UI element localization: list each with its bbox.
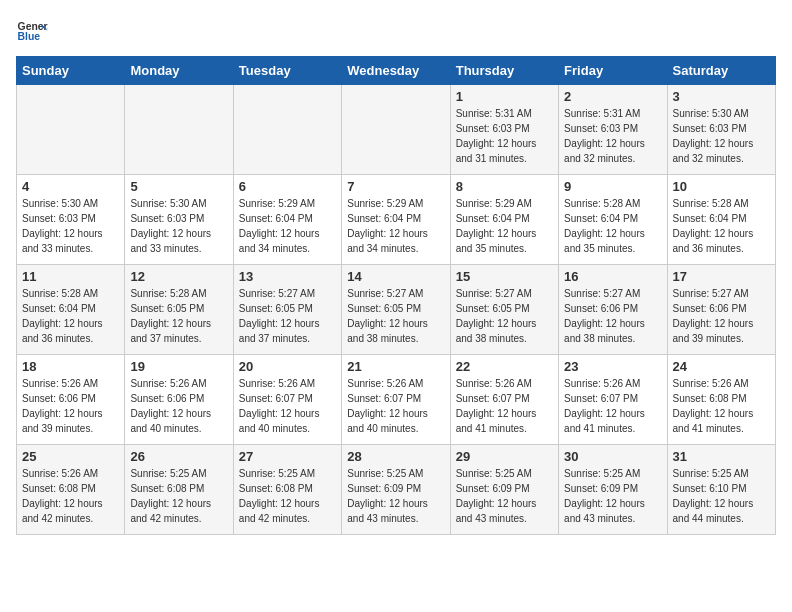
logo-icon: General Blue — [16, 16, 48, 48]
column-header-sunday: Sunday — [17, 57, 125, 85]
day-number: 10 — [673, 179, 770, 194]
calendar-cell: 30Sunrise: 5:25 AM Sunset: 6:09 PM Dayli… — [559, 445, 667, 535]
day-info: Sunrise: 5:26 AM Sunset: 6:07 PM Dayligh… — [564, 376, 661, 436]
day-info: Sunrise: 5:30 AM Sunset: 6:03 PM Dayligh… — [22, 196, 119, 256]
day-number: 7 — [347, 179, 444, 194]
day-number: 18 — [22, 359, 119, 374]
day-info: Sunrise: 5:30 AM Sunset: 6:03 PM Dayligh… — [130, 196, 227, 256]
day-number: 4 — [22, 179, 119, 194]
calendar-cell: 8Sunrise: 5:29 AM Sunset: 6:04 PM Daylig… — [450, 175, 558, 265]
day-number: 31 — [673, 449, 770, 464]
calendar-cell: 4Sunrise: 5:30 AM Sunset: 6:03 PM Daylig… — [17, 175, 125, 265]
calendar-cell: 16Sunrise: 5:27 AM Sunset: 6:06 PM Dayli… — [559, 265, 667, 355]
calendar-cell: 12Sunrise: 5:28 AM Sunset: 6:05 PM Dayli… — [125, 265, 233, 355]
calendar-cell: 13Sunrise: 5:27 AM Sunset: 6:05 PM Dayli… — [233, 265, 341, 355]
week-row: 11Sunrise: 5:28 AM Sunset: 6:04 PM Dayli… — [17, 265, 776, 355]
day-info: Sunrise: 5:25 AM Sunset: 6:08 PM Dayligh… — [130, 466, 227, 526]
day-info: Sunrise: 5:27 AM Sunset: 6:06 PM Dayligh… — [673, 286, 770, 346]
calendar-cell: 11Sunrise: 5:28 AM Sunset: 6:04 PM Dayli… — [17, 265, 125, 355]
calendar-cell: 9Sunrise: 5:28 AM Sunset: 6:04 PM Daylig… — [559, 175, 667, 265]
day-number: 6 — [239, 179, 336, 194]
day-number: 14 — [347, 269, 444, 284]
calendar-cell: 23Sunrise: 5:26 AM Sunset: 6:07 PM Dayli… — [559, 355, 667, 445]
day-number: 3 — [673, 89, 770, 104]
day-number: 16 — [564, 269, 661, 284]
column-header-tuesday: Tuesday — [233, 57, 341, 85]
day-info: Sunrise: 5:27 AM Sunset: 6:06 PM Dayligh… — [564, 286, 661, 346]
day-info: Sunrise: 5:26 AM Sunset: 6:07 PM Dayligh… — [456, 376, 553, 436]
day-info: Sunrise: 5:28 AM Sunset: 6:04 PM Dayligh… — [564, 196, 661, 256]
calendar-cell: 7Sunrise: 5:29 AM Sunset: 6:04 PM Daylig… — [342, 175, 450, 265]
day-info: Sunrise: 5:28 AM Sunset: 6:04 PM Dayligh… — [22, 286, 119, 346]
day-info: Sunrise: 5:27 AM Sunset: 6:05 PM Dayligh… — [347, 286, 444, 346]
day-info: Sunrise: 5:27 AM Sunset: 6:05 PM Dayligh… — [239, 286, 336, 346]
day-number: 24 — [673, 359, 770, 374]
column-header-wednesday: Wednesday — [342, 57, 450, 85]
day-info: Sunrise: 5:26 AM Sunset: 6:08 PM Dayligh… — [673, 376, 770, 436]
day-info: Sunrise: 5:25 AM Sunset: 6:09 PM Dayligh… — [347, 466, 444, 526]
calendar-cell: 5Sunrise: 5:30 AM Sunset: 6:03 PM Daylig… — [125, 175, 233, 265]
day-info: Sunrise: 5:25 AM Sunset: 6:08 PM Dayligh… — [239, 466, 336, 526]
day-info: Sunrise: 5:26 AM Sunset: 6:07 PM Dayligh… — [239, 376, 336, 436]
day-info: Sunrise: 5:26 AM Sunset: 6:07 PM Dayligh… — [347, 376, 444, 436]
calendar-cell — [125, 85, 233, 175]
day-info: Sunrise: 5:26 AM Sunset: 6:06 PM Dayligh… — [22, 376, 119, 436]
logo: General Blue — [16, 16, 48, 48]
calendar-cell: 10Sunrise: 5:28 AM Sunset: 6:04 PM Dayli… — [667, 175, 775, 265]
calendar-cell: 2Sunrise: 5:31 AM Sunset: 6:03 PM Daylig… — [559, 85, 667, 175]
day-number: 5 — [130, 179, 227, 194]
column-header-saturday: Saturday — [667, 57, 775, 85]
calendar-cell: 3Sunrise: 5:30 AM Sunset: 6:03 PM Daylig… — [667, 85, 775, 175]
day-number: 21 — [347, 359, 444, 374]
calendar-cell: 17Sunrise: 5:27 AM Sunset: 6:06 PM Dayli… — [667, 265, 775, 355]
column-header-thursday: Thursday — [450, 57, 558, 85]
day-info: Sunrise: 5:25 AM Sunset: 6:10 PM Dayligh… — [673, 466, 770, 526]
calendar-cell: 19Sunrise: 5:26 AM Sunset: 6:06 PM Dayli… — [125, 355, 233, 445]
calendar-cell: 14Sunrise: 5:27 AM Sunset: 6:05 PM Dayli… — [342, 265, 450, 355]
calendar-cell: 6Sunrise: 5:29 AM Sunset: 6:04 PM Daylig… — [233, 175, 341, 265]
day-info: Sunrise: 5:28 AM Sunset: 6:04 PM Dayligh… — [673, 196, 770, 256]
day-info: Sunrise: 5:29 AM Sunset: 6:04 PM Dayligh… — [347, 196, 444, 256]
calendar-cell: 20Sunrise: 5:26 AM Sunset: 6:07 PM Dayli… — [233, 355, 341, 445]
day-number: 27 — [239, 449, 336, 464]
day-number: 20 — [239, 359, 336, 374]
week-row: 25Sunrise: 5:26 AM Sunset: 6:08 PM Dayli… — [17, 445, 776, 535]
calendar-cell — [233, 85, 341, 175]
day-info: Sunrise: 5:26 AM Sunset: 6:06 PM Dayligh… — [130, 376, 227, 436]
column-header-monday: Monday — [125, 57, 233, 85]
column-header-friday: Friday — [559, 57, 667, 85]
day-info: Sunrise: 5:30 AM Sunset: 6:03 PM Dayligh… — [673, 106, 770, 166]
calendar-cell — [342, 85, 450, 175]
header: General Blue — [16, 16, 776, 48]
day-info: Sunrise: 5:31 AM Sunset: 6:03 PM Dayligh… — [564, 106, 661, 166]
day-info: Sunrise: 5:25 AM Sunset: 6:09 PM Dayligh… — [456, 466, 553, 526]
calendar-cell: 25Sunrise: 5:26 AM Sunset: 6:08 PM Dayli… — [17, 445, 125, 535]
day-info: Sunrise: 5:27 AM Sunset: 6:05 PM Dayligh… — [456, 286, 553, 346]
day-number: 15 — [456, 269, 553, 284]
calendar-cell — [17, 85, 125, 175]
day-number: 22 — [456, 359, 553, 374]
day-number: 8 — [456, 179, 553, 194]
day-number: 30 — [564, 449, 661, 464]
day-number: 25 — [22, 449, 119, 464]
calendar-cell: 28Sunrise: 5:25 AM Sunset: 6:09 PM Dayli… — [342, 445, 450, 535]
svg-text:Blue: Blue — [18, 31, 41, 42]
calendar-cell: 31Sunrise: 5:25 AM Sunset: 6:10 PM Dayli… — [667, 445, 775, 535]
day-number: 29 — [456, 449, 553, 464]
day-number: 13 — [239, 269, 336, 284]
day-number: 17 — [673, 269, 770, 284]
day-info: Sunrise: 5:29 AM Sunset: 6:04 PM Dayligh… — [456, 196, 553, 256]
day-info: Sunrise: 5:25 AM Sunset: 6:09 PM Dayligh… — [564, 466, 661, 526]
day-number: 19 — [130, 359, 227, 374]
calendar-cell: 21Sunrise: 5:26 AM Sunset: 6:07 PM Dayli… — [342, 355, 450, 445]
header-row: SundayMondayTuesdayWednesdayThursdayFrid… — [17, 57, 776, 85]
calendar-cell: 24Sunrise: 5:26 AM Sunset: 6:08 PM Dayli… — [667, 355, 775, 445]
day-number: 12 — [130, 269, 227, 284]
week-row: 1Sunrise: 5:31 AM Sunset: 6:03 PM Daylig… — [17, 85, 776, 175]
day-number: 23 — [564, 359, 661, 374]
week-row: 4Sunrise: 5:30 AM Sunset: 6:03 PM Daylig… — [17, 175, 776, 265]
calendar-cell: 18Sunrise: 5:26 AM Sunset: 6:06 PM Dayli… — [17, 355, 125, 445]
day-info: Sunrise: 5:26 AM Sunset: 6:08 PM Dayligh… — [22, 466, 119, 526]
day-number: 26 — [130, 449, 227, 464]
day-info: Sunrise: 5:31 AM Sunset: 6:03 PM Dayligh… — [456, 106, 553, 166]
